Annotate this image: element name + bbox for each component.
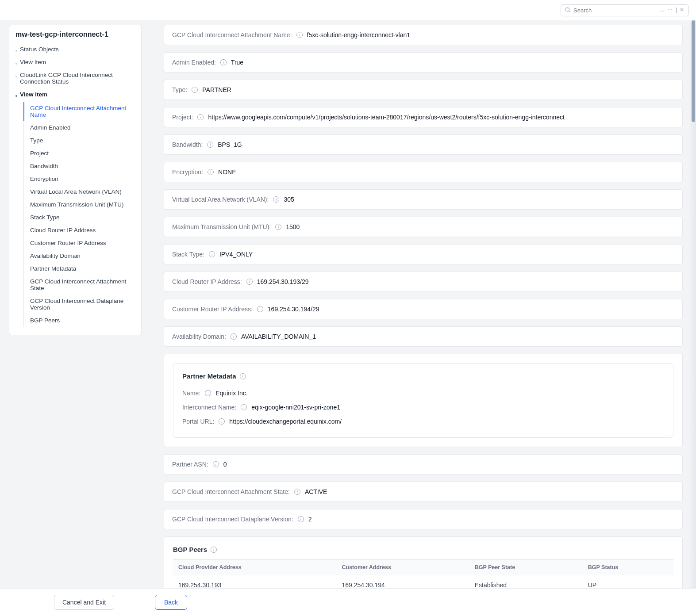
value-attachment-name: f5xc-solution-engg-interconnect-vlan1: [307, 31, 410, 38]
info-icon[interactable]: i: [294, 489, 300, 495]
info-icon[interactable]: i: [246, 279, 253, 285]
info-icon[interactable]: i: [231, 333, 237, 340]
label-project: Project:: [172, 114, 193, 121]
label-partner-name: Name:: [182, 390, 200, 397]
label-interconnect-name: Interconnect Name:: [182, 404, 236, 411]
label-stack-type: Stack Type:: [172, 251, 204, 258]
scrollbar-thumb[interactable]: [692, 20, 695, 122]
search-next-icon[interactable]: ﹀: [667, 7, 674, 14]
partner-portal-row: Portal URL: i https://cloudexchangeporta…: [182, 414, 664, 429]
label-encryption: Encryption:: [172, 168, 203, 176]
info-icon[interactable]: i: [257, 306, 263, 312]
col-bgp-status: BGP Status: [583, 560, 673, 575]
info-icon[interactable]: i: [208, 169, 214, 175]
info-icon[interactable]: i: [213, 461, 219, 467]
partner-interconnect-row: Interconnect Name: i eqix-google-nni201-…: [182, 400, 664, 414]
bgp-peers-title: BGP Peers i: [173, 546, 673, 553]
info-icon[interactable]: i: [197, 114, 204, 120]
search-divider: |: [675, 7, 678, 14]
sidebar-sub-availability-domain[interactable]: Availability Domain: [24, 249, 135, 262]
sidebar-sub-encryption[interactable]: Encryption: [24, 172, 135, 185]
sidebar-sub-project[interactable]: Project: [24, 147, 135, 160]
value-attachment-state: ACTIVE: [305, 488, 327, 495]
info-icon[interactable]: i: [192, 87, 198, 93]
row-admin-enabled: Admin Enabled: i True: [164, 52, 683, 73]
sidebar-sub-attachment-name[interactable]: GCP Cloud Interconnect Attachment Name: [23, 102, 135, 121]
label-portal-url: Portal URL:: [182, 418, 214, 425]
svg-line-1: [569, 11, 570, 12]
sidebar-sub-bandwidth[interactable]: Bandwidth: [24, 160, 135, 172]
sidebar-sub-customer-router-ip[interactable]: Customer Router IP Address: [24, 237, 135, 249]
row-encryption: Encryption: i NONE: [164, 162, 683, 182]
label-attachment-state: GCP Cloud Interconnect Attachment State:: [172, 488, 290, 495]
info-icon[interactable]: i: [273, 196, 279, 203]
sidebar-item-view-item-2[interactable]: View Item: [15, 88, 135, 101]
sidebar-sub-type[interactable]: Type: [24, 134, 135, 147]
value-cloud-router-ip: 169.254.30.193/29: [257, 278, 309, 285]
row-availability-domain: Availability Domain: i AVAILABILITY_DOMA…: [164, 326, 683, 347]
value-type: PARTNER: [202, 86, 231, 93]
value-project: https://www.googleapis.com/compute/v1/pr…: [208, 114, 564, 121]
sidebar-sub-mtu[interactable]: Maximum Transmission Unit (MTU): [24, 198, 135, 211]
info-icon[interactable]: i: [298, 516, 304, 522]
row-dataplane-version: GCP Cloud Interconnect Dataplane Version…: [164, 509, 683, 529]
row-cloud-router-ip: Cloud Router IP Address: i 169.254.30.19…: [164, 272, 683, 292]
value-partner-asn: 0: [223, 461, 227, 468]
label-type: Type:: [172, 86, 187, 93]
sidebar-item-conn-status[interactable]: CloudLink GCP Cloud Interconnect Connect…: [15, 69, 135, 88]
sidebar-item-view-item-1[interactable]: View Item: [15, 56, 135, 69]
search-close-icon[interactable]: ✕: [679, 7, 685, 14]
row-project: Project: i https://www.googleapis.com/co…: [164, 107, 683, 127]
label-admin-enabled: Admin Enabled:: [172, 59, 216, 66]
svg-point-0: [565, 8, 569, 11]
sidebar-sub-bgp-peers[interactable]: BGP Peers: [24, 314, 135, 327]
sidebar-sub-partner-metadata[interactable]: Partner Metadata: [24, 262, 135, 275]
info-icon[interactable]: i: [205, 390, 211, 396]
row-mtu: Maximum Transmission Unit (MTU): i 1500: [164, 217, 683, 237]
label-cloud-router-ip: Cloud Router IP Address:: [172, 278, 242, 285]
value-interconnect-name: eqix-google-nni201-sv-pri-zone1: [251, 404, 340, 411]
row-customer-router-ip: Customer Router IP Address: i 169.254.30…: [164, 299, 683, 319]
sidebar-sub-vlan[interactable]: Virtual Local Area Network (VLAN): [24, 185, 135, 198]
main-content: GCP Cloud Interconnect Attachment Name: …: [150, 20, 696, 613]
sidebar: mw-test-gcp-interconnect-1 Status Object…: [9, 25, 142, 335]
sidebar-sub-attachment-state[interactable]: GCP Cloud Interconnect Attachment State: [24, 275, 135, 295]
info-icon[interactable]: i: [207, 142, 213, 148]
scrollbar[interactable]: [689, 20, 696, 589]
info-icon[interactable]: i: [220, 59, 227, 65]
partner-metadata-title: Partner Metadata i: [182, 372, 664, 380]
info-icon[interactable]: i: [241, 404, 247, 410]
partner-metadata-panel: Partner Metadata i Name: i Equinix Inc. …: [164, 354, 683, 447]
search-input[interactable]: [573, 7, 654, 14]
value-customer-router-ip: 169.254.30.194/29: [268, 306, 319, 313]
value-partner-name: Equinix Inc.: [215, 390, 247, 397]
label-bandwidth: Bandwidth:: [172, 141, 203, 148]
info-icon[interactable]: i: [240, 373, 246, 379]
info-icon[interactable]: i: [275, 224, 281, 230]
info-icon[interactable]: i: [209, 251, 215, 257]
sidebar-item-status-objects[interactable]: Status Objects: [15, 43, 135, 56]
row-partner-asn: Partner ASN: i 0: [164, 454, 683, 474]
col-customer-address: Customer Address: [336, 560, 469, 575]
label-attachment-name: GCP Cloud Interconnect Attachment Name:: [172, 31, 292, 38]
sidebar-sub-stack-type[interactable]: Stack Type: [24, 211, 135, 224]
info-icon[interactable]: i: [219, 418, 225, 425]
sidebar-sub-cloud-router-ip[interactable]: Cloud Router IP Address: [24, 224, 135, 237]
label-mtu: Maximum Transmission Unit (MTU):: [172, 223, 271, 230]
col-cloud-provider-address: Cloud Provider Address: [173, 560, 336, 575]
search-box[interactable]: ︿ ﹀ | ✕: [561, 4, 689, 16]
value-encryption: NONE: [218, 168, 236, 176]
sidebar-sublist: GCP Cloud Interconnect Attachment Name A…: [23, 102, 135, 327]
back-button[interactable]: Back: [155, 595, 187, 610]
info-icon[interactable]: i: [211, 547, 217, 553]
value-mtu: 1500: [286, 223, 300, 230]
info-icon[interactable]: i: [296, 32, 303, 38]
sidebar-sub-admin-enabled[interactable]: Admin Enabled: [24, 121, 135, 134]
search-prev-icon[interactable]: ︿: [659, 7, 666, 14]
cancel-button[interactable]: Cancel and Exit: [54, 595, 114, 610]
label-dataplane-version: GCP Cloud Interconnect Dataplane Version…: [172, 516, 293, 523]
label-partner-asn: Partner ASN:: [172, 461, 208, 468]
value-admin-enabled: True: [231, 59, 243, 66]
sidebar-sub-dataplane-version[interactable]: GCP Cloud Interconnect Dataplane Version: [24, 295, 135, 314]
value-stack-type: IPV4_ONLY: [219, 251, 253, 258]
